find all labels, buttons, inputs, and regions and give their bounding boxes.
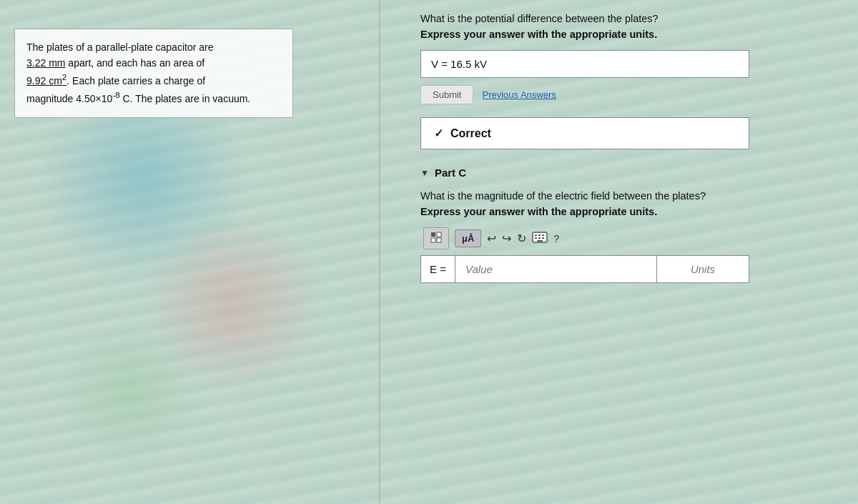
refresh-icon[interactable]: ↻ (517, 232, 526, 245)
partc-toolbar: μÅ ↩ ↪ ↻ ? (423, 227, 838, 249)
matrix-icon (430, 231, 443, 246)
right-panel: What is the potential difference between… (400, 0, 858, 504)
svg-rect-5 (535, 234, 537, 236)
matrix-button[interactable] (423, 227, 449, 249)
undo-icon[interactable]: ↩ (487, 232, 496, 245)
svg-rect-9 (538, 237, 541, 239)
submit-button[interactable]: Submit (420, 85, 473, 104)
partc-input-row: E = (420, 255, 749, 283)
partc-instruction: Express your answer with the appropriate… (420, 206, 838, 217)
partc-value-input[interactable] (455, 255, 656, 283)
partb-answer-value: V = 16.5 kV (431, 58, 487, 70)
partc-header: ▼ Part C (420, 167, 838, 179)
help-icon[interactable]: ? (553, 233, 559, 244)
svg-rect-11 (537, 240, 543, 242)
correct-box: ✓ Correct (420, 117, 749, 149)
partc-arrow-icon: ▼ (420, 168, 429, 178)
svg-rect-3 (437, 238, 441, 242)
partb-answer-box: V = 16.5 kV (420, 50, 749, 78)
partb-question: What is the potential difference between… (420, 13, 838, 24)
partc-label: Part C (435, 167, 466, 179)
partc-e-label: E = (420, 255, 455, 283)
svg-rect-6 (538, 234, 541, 236)
mu-a-button[interactable]: μÅ (455, 229, 481, 247)
partc-units-input[interactable] (656, 255, 749, 283)
submit-row: Submit Previous Answers (420, 85, 838, 104)
vertical-divider (379, 0, 380, 504)
svg-rect-10 (542, 237, 544, 239)
problem-statement: The plates of a parallel-plate capacitor… (14, 29, 293, 118)
svg-rect-1 (437, 232, 441, 237)
previous-answers-link[interactable]: Previous Answers (482, 89, 556, 100)
svg-rect-7 (542, 234, 544, 236)
partb-instruction: Express your answer with the appropriate… (420, 29, 838, 40)
check-icon: ✓ (434, 127, 443, 140)
problem-text: The plates of a parallel-plate capacitor… (26, 41, 250, 104)
redo-icon[interactable]: ↪ (502, 232, 511, 245)
correct-label: Correct (450, 127, 491, 140)
keyboard-icon[interactable] (532, 232, 548, 246)
svg-rect-0 (431, 232, 435, 237)
svg-rect-8 (535, 237, 537, 239)
svg-rect-2 (431, 238, 435, 242)
partc-question: What is the magnitude of the electric fi… (420, 190, 838, 202)
